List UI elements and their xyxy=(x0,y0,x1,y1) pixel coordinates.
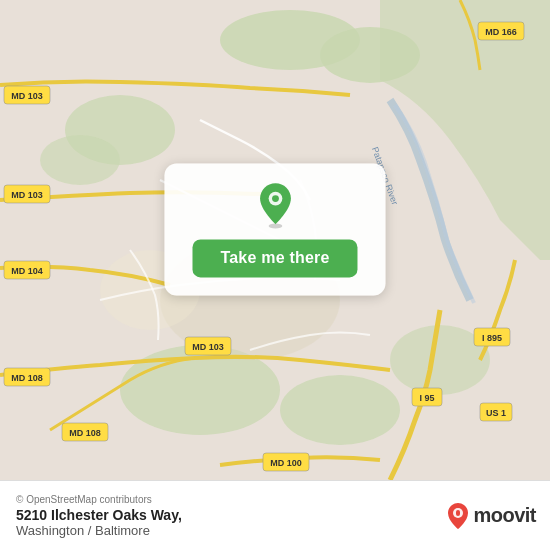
location-pin-icon xyxy=(251,181,299,229)
svg-text:MD 103: MD 103 xyxy=(11,190,43,200)
svg-text:MD 103: MD 103 xyxy=(192,342,224,352)
svg-point-6 xyxy=(280,375,400,445)
location-popup: Take me there xyxy=(164,163,385,295)
osm-attribution: © OpenStreetMap contributors xyxy=(16,494,152,505)
location-info: © OpenStreetMap contributors 5210 Ilches… xyxy=(10,494,446,538)
moovit-text: moovit xyxy=(473,504,536,527)
svg-point-35 xyxy=(272,195,279,202)
svg-text:MD 166: MD 166 xyxy=(485,27,517,37)
moovit-logo: moovit xyxy=(446,502,536,530)
location-address: 5210 Ilchester Oaks Way, xyxy=(16,507,182,523)
svg-rect-37 xyxy=(456,510,460,516)
svg-text:MD 108: MD 108 xyxy=(11,373,43,383)
svg-text:MD 108: MD 108 xyxy=(69,428,101,438)
svg-text:I 895: I 895 xyxy=(482,333,502,343)
svg-text:MD 103: MD 103 xyxy=(11,91,43,101)
bottom-bar: © OpenStreetMap contributors 5210 Ilches… xyxy=(0,480,550,550)
take-me-there-button[interactable]: Take me there xyxy=(192,239,357,277)
location-city: Washington / Baltimore xyxy=(16,523,150,538)
svg-text:MD 100: MD 100 xyxy=(270,458,302,468)
svg-text:US 1: US 1 xyxy=(486,408,506,418)
moovit-pin-icon xyxy=(446,502,470,530)
svg-text:MD 104: MD 104 xyxy=(11,266,43,276)
svg-text:I 95: I 95 xyxy=(419,393,434,403)
svg-point-4 xyxy=(40,135,120,185)
map-container: MD 166 MD 103 MD 103 MD 104 MD 108 MD 10… xyxy=(0,0,550,480)
